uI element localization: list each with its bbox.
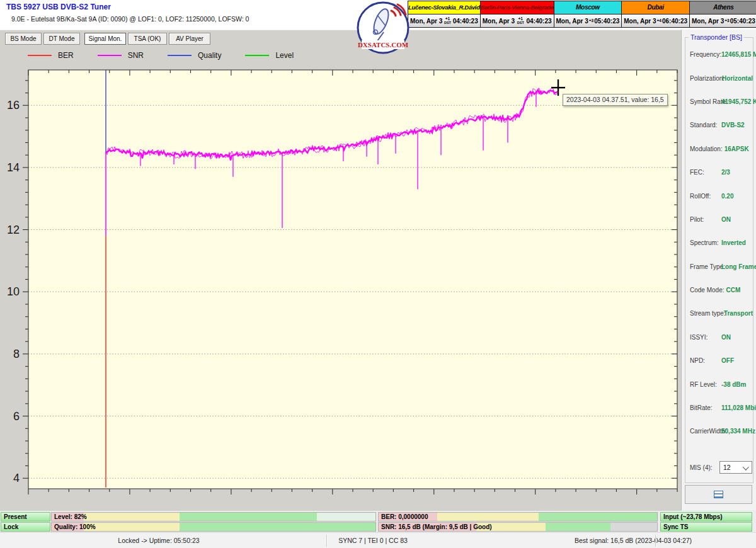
clock-date: Mon, Apr 3 bbox=[483, 18, 515, 25]
uptime-status: Locked -> Uptime: 05:50:23 bbox=[118, 533, 199, 548]
clock-date: Mon, Apr 3 bbox=[410, 18, 442, 25]
field-label: RollOff: bbox=[690, 193, 719, 200]
svg-text:8: 8 bbox=[13, 348, 20, 360]
satellite-dish-logo-icon: DXSATCS.COM bbox=[356, 1, 410, 55]
transponder-field-row: ISSYI: ON bbox=[685, 326, 753, 349]
svg-text:12: 12 bbox=[7, 224, 20, 236]
clock-city-label: Athens bbox=[690, 1, 756, 14]
transponder-field-row: NPD: OFF bbox=[685, 349, 753, 372]
field-label: FEC: bbox=[690, 169, 719, 176]
input-bitrate-indicator: Input (~23,78 Mbps) bbox=[660, 512, 752, 522]
field-label: Frequency: bbox=[690, 51, 719, 58]
mis-label: MIS (4): bbox=[690, 464, 719, 471]
sync-ts-indicator: Sync TS bbox=[660, 522, 752, 532]
level-bar: Level: 82% bbox=[51, 512, 376, 522]
clock-utc-offset: +4 bbox=[657, 19, 662, 23]
mis-row: MIS (4): 12 bbox=[690, 461, 753, 474]
transponder-field-row: Symbol Rate: 41945,752 KS/s bbox=[685, 90, 753, 113]
svg-text:10: 10 bbox=[7, 285, 20, 298]
clock-city-label: Moscow bbox=[554, 1, 622, 14]
transponder-field-row: Frame Type: Long Frame bbox=[685, 255, 753, 278]
clock-utc-offset: +3 bbox=[724, 19, 729, 23]
chart-legend: BER SNR Quality Level bbox=[28, 50, 318, 60]
clock-time-row: Mon, Apr 3 +3 05:40:23 bbox=[554, 14, 622, 27]
transponder-field-row: BitRate: 111,028 Mbit/s bbox=[685, 396, 753, 420]
present-indicator: Present bbox=[1, 512, 50, 522]
field-label: Standard: bbox=[690, 122, 719, 128]
field-value: OFF bbox=[721, 357, 734, 364]
clock-utc-offset: +1DST bbox=[517, 17, 524, 25]
clock-date: Mon, Apr 3 bbox=[692, 18, 724, 25]
legend-item: BER bbox=[28, 51, 74, 60]
clock-city-label: Berlin-Paris-Vienna-Belgrade bbox=[481, 1, 554, 14]
sync-counters: SYNC 7 | TEI 0 | CC 83 bbox=[338, 533, 408, 548]
snr-bar: SNR: 16,5 dB (Margin: 9,5 dB | Good) bbox=[378, 522, 658, 532]
field-label: Spectrum: bbox=[690, 239, 719, 246]
legend-line-swatch bbox=[168, 55, 192, 56]
dxsatcs-logo: DXSATCS.COM bbox=[356, 1, 410, 55]
field-value: Inverted bbox=[721, 239, 746, 246]
clock-time-row: Mon, Apr 3 +3 05:40:23 bbox=[690, 14, 756, 27]
clock-date: Mon, Apr 3 bbox=[556, 18, 588, 25]
lock-indicator: Lock bbox=[1, 522, 50, 532]
clock-city-label: Lučenec-Slovakia_R.Dávid bbox=[408, 1, 480, 14]
chevron-down-icon bbox=[743, 464, 749, 470]
field-value: Transport bbox=[724, 310, 753, 317]
transponder-field-row: Spectrum: Inverted bbox=[685, 231, 753, 254]
field-label: CarrierWidth: bbox=[690, 428, 719, 435]
clock-panel: Athens Mon, Apr 3 +3 05:40:23 bbox=[689, 1, 756, 28]
transponder-field-row: Code Mode: CCM bbox=[685, 278, 753, 302]
clock-time: 04:40:23 bbox=[453, 18, 478, 25]
field-label: NPD: bbox=[690, 357, 719, 364]
transponder-field-row: RollOff: 0.20 bbox=[685, 184, 753, 207]
transponder-sidebar: Transponder [BS] Frequency: 12465,815 MH… bbox=[681, 30, 756, 510]
transponder-groupbox: Transponder [BS] Frequency: 12465,815 MH… bbox=[685, 37, 753, 483]
chart-tooltip: 2023-04-03 04.37.51, value: 16,5 bbox=[563, 94, 668, 106]
clock-utc-offset: +1DST bbox=[444, 17, 451, 25]
clock-time: 06:40:23 bbox=[662, 18, 687, 25]
transponder-field-row: CarrierWidth: 50,334 MHz bbox=[685, 420, 753, 443]
stream-list-button[interactable] bbox=[685, 485, 752, 504]
list-icon bbox=[714, 491, 723, 498]
window-title: TBS 5927 USB DVB-S2 Tuner bbox=[6, 3, 111, 11]
legend-label: BER bbox=[58, 51, 74, 60]
field-value: ON bbox=[721, 334, 731, 341]
best-signal-status: Best signal: 16,5 dB (2023-04-03 04:27) bbox=[575, 533, 692, 548]
field-value: 0.20 bbox=[721, 193, 733, 200]
svg-text:16: 16 bbox=[7, 99, 20, 111]
legend-item: SNR bbox=[98, 51, 144, 60]
legend-item: Level bbox=[245, 51, 294, 60]
quality-bar: Quality: 100% bbox=[51, 522, 376, 532]
clock-date: Mon, Apr 3 bbox=[624, 18, 656, 25]
field-label: Modulation: bbox=[690, 146, 723, 152]
quality-bar-text: Quality: 100% bbox=[52, 523, 375, 531]
mis-dropdown[interactable]: 12 bbox=[719, 461, 752, 474]
svg-text:6: 6 bbox=[13, 410, 20, 423]
transponder-field-row: Standard: DVB-S2 bbox=[685, 113, 753, 137]
signal-monitor-panel: BS Mode DT Mode Signal Mon. TSA (OK) AV … bbox=[0, 30, 681, 511]
field-label: Polarization: bbox=[690, 75, 720, 82]
field-value: Horizontal bbox=[722, 75, 753, 82]
field-value: ON bbox=[721, 216, 731, 223]
field-label: ISSYI: bbox=[690, 334, 719, 341]
legend-item: Quality bbox=[168, 51, 221, 60]
field-label: Frame Type: bbox=[690, 263, 719, 270]
mis-selected-value: 12 bbox=[723, 464, 731, 471]
transponder-field-row: Modulation: 16APSK bbox=[685, 137, 753, 161]
field-label: RF Level: bbox=[690, 381, 719, 388]
ber-bar-text: BER: 0,0000000 bbox=[379, 513, 657, 521]
field-value: Long Frame bbox=[721, 263, 756, 270]
field-value: 50,334 MHz bbox=[721, 428, 755, 435]
transponder-field-row: Frequency: 12465,815 MHz bbox=[685, 43, 753, 66]
level-bar-text: Level: 82% bbox=[52, 513, 375, 521]
clock-panel: Lučenec-Slovakia_R.Dávid Mon, Apr 3 +1DS… bbox=[408, 1, 481, 28]
logo-text: DXSATCS.COM bbox=[358, 41, 409, 49]
statusbar-divider bbox=[655, 535, 656, 547]
statusbar-divider bbox=[326, 535, 328, 547]
clock-time-row: Mon, Apr 3 +1DST 04:40:23 bbox=[408, 14, 480, 27]
clock-time-row: Mon, Apr 3 +4 06:40:23 bbox=[622, 14, 689, 27]
field-label: Code Mode: bbox=[690, 287, 724, 294]
transponder-fields: Frequency: 12465,815 MHz Polarization: H… bbox=[685, 43, 753, 443]
field-value: 111,028 Mbit/s bbox=[721, 404, 756, 411]
field-value: CCM bbox=[726, 287, 740, 294]
